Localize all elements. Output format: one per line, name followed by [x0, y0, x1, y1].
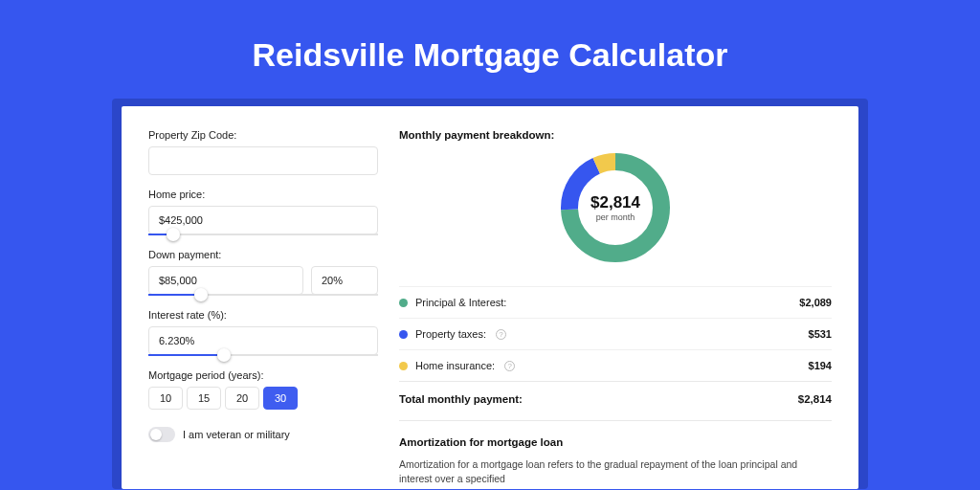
legend-val-tax: $531	[809, 328, 832, 340]
price-group: Home price:	[148, 189, 378, 235]
down-slider-thumb[interactable]	[194, 288, 208, 301]
info-icon[interactable]: ?	[504, 361, 515, 371]
breakdown-title: Monthly payment breakdown:	[399, 129, 832, 141]
amort-title: Amortization for mortgage loan	[399, 436, 832, 448]
zip-label: Property Zip Code:	[148, 129, 378, 141]
legend-label-pi: Principal & Interest:	[415, 297, 506, 308]
calculator-panel: Property Zip Code: Home price: Down paym…	[122, 106, 858, 489]
down-slider[interactable]	[148, 294, 378, 296]
down-group: Down payment:	[148, 249, 378, 296]
price-label: Home price:	[148, 189, 378, 200]
rate-group: Interest rate (%):	[148, 309, 378, 356]
down-amount-input[interactable]	[148, 266, 303, 295]
period-btn-20[interactable]: 20	[225, 387, 259, 410]
total-label: Total monthly payment:	[399, 393, 523, 405]
total-row: Total monthly payment: $2,814	[399, 381, 832, 420]
legend-row-tax: Property taxes: ? $531	[399, 318, 832, 349]
total-value: $2,814	[798, 393, 832, 405]
legend-row-pi: Principal & Interest: $2,089	[399, 286, 832, 318]
legend-val-pi: $2,089	[799, 297, 832, 308]
period-group: Mortgage period (years): 10 15 20 30	[148, 369, 378, 410]
donut-amount: $2,814	[590, 193, 640, 212]
down-pct-input[interactable]	[311, 266, 378, 295]
rate-slider-thumb[interactable]	[217, 348, 231, 362]
donut-center: $2,814 per month	[558, 150, 673, 265]
price-slider[interactable]	[148, 234, 378, 235]
donut-chart: $2,814 per month	[558, 150, 673, 265]
veteran-label: I am veteran or military	[183, 429, 290, 440]
donut-chart-wrap: $2,814 per month	[399, 150, 832, 265]
form-column: Property Zip Code: Home price: Down paym…	[148, 129, 378, 489]
zip-group: Property Zip Code:	[148, 129, 378, 175]
legend-val-ins: $194	[809, 360, 832, 371]
info-icon[interactable]: ?	[496, 329, 506, 340]
rate-label: Interest rate (%):	[148, 309, 378, 321]
veteran-toggle[interactable]	[148, 427, 175, 442]
period-btn-30[interactable]: 30	[263, 387, 298, 410]
breakdown-column: Monthly payment breakdown: $2,814 per mo…	[399, 129, 832, 489]
period-buttons: 10 15 20 30	[148, 387, 378, 410]
veteran-row: I am veteran or military	[148, 427, 378, 442]
dot-blue-icon	[399, 330, 408, 339]
legend-label-ins: Home insurance:	[415, 360, 495, 371]
rate-slider[interactable]	[148, 354, 378, 356]
period-btn-15[interactable]: 15	[187, 387, 221, 410]
legend-label-tax: Property taxes:	[415, 328, 486, 340]
amort-text: Amortization for a mortgage loan refers …	[399, 457, 832, 485]
price-slider-thumb[interactable]	[167, 228, 180, 241]
dot-green-icon	[399, 299, 408, 307]
legend-row-ins: Home insurance: ? $194	[399, 349, 832, 381]
down-label: Down payment:	[148, 249, 378, 260]
donut-sub: per month	[596, 212, 635, 222]
dot-yellow-icon	[399, 362, 408, 370]
rate-input[interactable]	[148, 326, 378, 355]
period-btn-10[interactable]: 10	[148, 387, 183, 410]
price-input[interactable]	[148, 206, 378, 234]
period-label: Mortgage period (years):	[148, 369, 378, 381]
panel-shadow: Property Zip Code: Home price: Down paym…	[112, 99, 868, 489]
amortization-section: Amortization for mortgage loan Amortizat…	[399, 420, 832, 485]
zip-input[interactable]	[148, 146, 378, 175]
page-title: Reidsville Mortgage Calculator	[0, 0, 980, 99]
